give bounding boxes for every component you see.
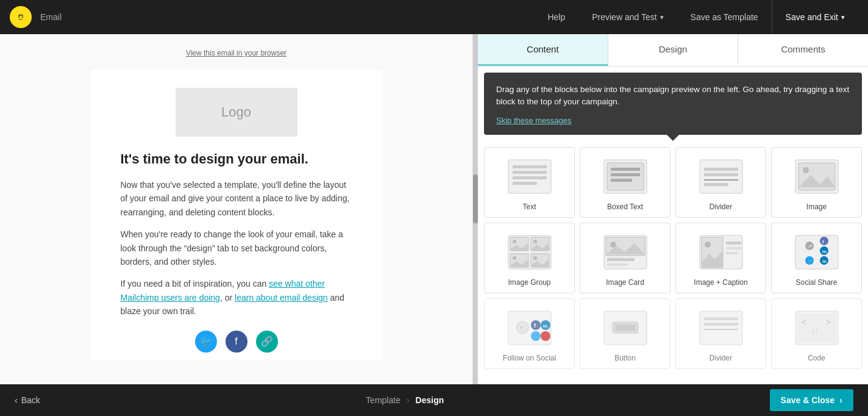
social-share-block-label: Social Share xyxy=(795,278,837,287)
svg-rect-72 xyxy=(704,317,738,320)
blocks-area: Text Boxed Text xyxy=(478,141,868,384)
block-image[interactable]: Image xyxy=(771,147,862,218)
breadcrumb-current: Design xyxy=(416,395,444,405)
svg-point-27 xyxy=(533,240,537,243)
divider2-block-label: Divider xyxy=(710,354,732,362)
tab-design[interactable]: Design xyxy=(608,34,739,66)
scroll-bar xyxy=(473,34,478,384)
svg-point-20 xyxy=(803,167,809,173)
top-nav: Email Help Preview and Test ▾ Save as Te… xyxy=(0,0,868,34)
svg-rect-12 xyxy=(611,179,632,182)
svg-point-1 xyxy=(18,16,20,18)
button-block-icon xyxy=(598,306,653,349)
svg-rect-10 xyxy=(611,168,640,171)
tab-comments[interactable]: Comments xyxy=(738,34,868,66)
view-browser-link[interactable]: View this email in your browser xyxy=(186,49,286,57)
block-image-card[interactable]: Image Card xyxy=(580,223,671,293)
svg-rect-17 xyxy=(704,183,728,186)
block-divider2[interactable]: Divider xyxy=(675,298,766,369)
code-block-label: Code xyxy=(808,354,825,362)
boxed-text-block-label: Boxed Text xyxy=(607,203,643,211)
breadcrumb-template: Template xyxy=(366,395,400,405)
text-block-label: Text xyxy=(522,203,536,211)
code-block-icon: < > / / xyxy=(789,306,844,349)
block-image-group[interactable]: Image Group xyxy=(484,223,575,293)
svg-point-24 xyxy=(513,240,516,243)
block-social-share[interactable]: f in ↗ 🐦 in Social Share xyxy=(771,223,862,293)
svg-rect-40 xyxy=(607,264,628,266)
save-template-button[interactable]: Save as Template xyxy=(677,0,772,34)
svg-rect-13 xyxy=(700,160,742,193)
image-card-block-label: Image Card xyxy=(606,278,644,287)
svg-point-62 xyxy=(531,320,541,330)
email-title: It's time to design your email. xyxy=(121,151,352,167)
email-p3-link2[interactable]: learn about email design xyxy=(235,293,328,303)
mailchimp-logo[interactable] xyxy=(10,6,32,28)
button-block-label: Button xyxy=(614,354,636,362)
divider2-block-icon xyxy=(694,306,749,349)
image-block-icon xyxy=(789,155,844,198)
svg-rect-39 xyxy=(607,258,635,261)
svg-text:<: < xyxy=(802,317,806,327)
text-block-icon xyxy=(502,155,557,198)
back-button[interactable]: ‹ Back xyxy=(15,395,40,405)
svg-text:in: in xyxy=(822,249,827,254)
save-exit-button[interactable]: Save and Exit ▾ xyxy=(772,0,858,34)
block-follow-social[interactable]: + f in Follow on Social xyxy=(484,298,575,369)
svg-text:+: + xyxy=(519,323,524,332)
svg-point-0 xyxy=(16,14,26,22)
svg-rect-14 xyxy=(704,168,738,171)
svg-rect-45 xyxy=(726,242,741,245)
tab-content[interactable]: Content xyxy=(478,34,608,66)
save-close-button[interactable]: Save & Close › xyxy=(770,389,853,411)
svg-rect-48 xyxy=(795,235,838,269)
facebook-icon[interactable]: f xyxy=(226,331,247,353)
help-button[interactable]: Help xyxy=(534,0,578,34)
svg-rect-46 xyxy=(726,247,741,249)
image-block-label: Image xyxy=(806,203,827,211)
skip-messages-link[interactable]: Skip these messages xyxy=(496,115,850,127)
email-preview-panel: View this email in your browser Logo It'… xyxy=(0,34,473,384)
breadcrumb: Template › Design xyxy=(366,395,444,405)
svg-rect-71 xyxy=(700,311,742,345)
right-panel: Content Design Comments Drag any of the … xyxy=(478,34,868,384)
svg-text:>: > xyxy=(826,317,831,327)
tabs-row: Content Design Comments xyxy=(478,34,868,66)
bottom-bar: ‹ Back Template › Design Save & Close › xyxy=(0,384,868,416)
email-paragraph-2: When you're ready to change the look of … xyxy=(121,228,352,268)
email-paragraph-1: Now that you've selected a template, you… xyxy=(121,178,352,219)
link-icon[interactable]: 🔗 xyxy=(256,331,278,353)
block-text[interactable]: Text xyxy=(484,147,575,218)
svg-text:🐦: 🐦 xyxy=(808,258,814,264)
twitter-icon[interactable]: 🐦 xyxy=(195,331,217,353)
block-divider[interactable]: Divider xyxy=(675,147,766,218)
svg-rect-70 xyxy=(616,325,635,331)
main-layout: View this email in your browser Logo It'… xyxy=(0,34,868,384)
svg-rect-9 xyxy=(607,163,644,190)
svg-rect-73 xyxy=(704,323,738,326)
block-button[interactable]: Button xyxy=(580,298,671,369)
svg-point-50 xyxy=(820,237,828,245)
block-boxed-text[interactable]: Boxed Text xyxy=(580,147,671,218)
follow-social-block-label: Follow on Social xyxy=(503,354,556,362)
svg-rect-15 xyxy=(704,173,738,176)
image-group-block-icon xyxy=(502,231,557,273)
email-paragraph-3: If you need a bit of inspiration, you ca… xyxy=(121,277,352,318)
breadcrumb-separator: › xyxy=(407,395,410,405)
image-card-block-icon xyxy=(598,231,653,273)
preview-chevron-icon: ▾ xyxy=(660,13,664,21)
nav-email-label: Email xyxy=(40,12,62,22)
svg-rect-5 xyxy=(513,171,547,174)
tooltip-message: Drag any of the blocks below into the ca… xyxy=(496,85,849,106)
svg-point-2 xyxy=(22,16,23,18)
svg-rect-7 xyxy=(513,182,537,185)
svg-point-67 xyxy=(541,331,550,341)
block-code[interactable]: < > / / Code xyxy=(771,298,862,369)
logo-placeholder: Logo xyxy=(176,88,297,137)
preview-test-button[interactable]: Preview and Test ▾ xyxy=(578,0,677,34)
block-image-caption[interactable]: Image + Caption xyxy=(675,223,766,293)
image-caption-block-label: Image + Caption xyxy=(694,278,747,287)
svg-text:in: in xyxy=(543,323,547,329)
scroll-thumb[interactable] xyxy=(473,174,478,223)
svg-rect-4 xyxy=(513,165,547,168)
